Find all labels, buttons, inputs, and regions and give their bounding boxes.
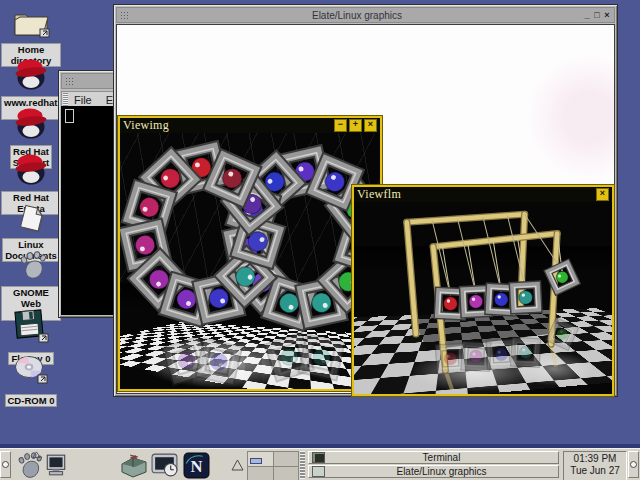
screen-launcher[interactable]: [45, 453, 67, 480]
desktop-icon-cdrom-0[interactable]: CD-ROM 0: [1, 354, 61, 408]
redhat-icon: [12, 104, 50, 145]
minimize-button[interactable]: _: [582, 9, 592, 21]
gnome-foot-icon: [14, 450, 44, 480]
task-list: Terminal Elate/Linux graphics: [308, 449, 559, 478]
folder-icon: [10, 6, 52, 43]
viewflm-titlebar[interactable]: Viewflm ×: [354, 187, 612, 202]
tasklist-handle[interactable]: [300, 451, 305, 479]
terminal-cursor: [65, 109, 74, 123]
gnome-panel: N Terminal: [0, 444, 640, 480]
screen-icon: [45, 453, 67, 477]
panel-up-arrow[interactable]: [231, 457, 244, 475]
menu-file[interactable]: File: [74, 94, 92, 106]
window-task-icon: [312, 466, 325, 477]
desktop: Home directory www.redhat. com Red Hat S…: [0, 0, 640, 480]
clock-applet: 01:39 PM Tue Jun 27: [563, 451, 627, 480]
netscape-launcher[interactable]: N: [183, 452, 210, 480]
gnome-foot-icon: [15, 250, 47, 286]
viewflm-scene: [354, 202, 612, 394]
task-label: Terminal: [328, 452, 555, 463]
viewimg-shrink-button[interactable]: −: [334, 119, 347, 132]
close-button[interactable]: ×: [602, 9, 612, 21]
clock-date: Tue Jun 27: [564, 465, 626, 477]
newtons-cradle-render: [354, 202, 612, 393]
svg-text:N: N: [191, 457, 203, 476]
viewimg-titlebar[interactable]: Viewimg − + ×: [120, 118, 380, 133]
hide-button-icon: [630, 461, 637, 468]
maximize-button[interactable]: □: [592, 9, 602, 21]
terminal-clock-icon: [151, 452, 179, 478]
pager-desktop-2[interactable]: [274, 452, 299, 466]
cdrom-icon: [12, 354, 50, 390]
main-titlebar[interactable]: Elate/Linux graphics _ □ ×: [116, 7, 615, 23]
icon-label: CD-ROM 0: [5, 394, 58, 407]
redhat-icon: [12, 55, 50, 96]
pager-desktop-3[interactable]: [248, 467, 273, 480]
panel-hide-left-button[interactable]: [0, 451, 11, 478]
viewimg-window[interactable]: Viewimg − + ×: [118, 116, 382, 391]
panel-hide-right-button[interactable]: [628, 451, 639, 478]
redhat-icon: [12, 150, 50, 191]
pager-desktop-1[interactable]: [248, 452, 273, 466]
viewimg-title: Viewimg: [123, 118, 332, 133]
toolbox-launcher[interactable]: [118, 452, 150, 480]
desk-guide-pager[interactable]: [247, 451, 299, 480]
clock-time: 01:39 PM: [564, 453, 626, 465]
viewimg-scene: [120, 133, 380, 389]
viewimg-grow-button[interactable]: +: [349, 119, 362, 132]
viewflm-window[interactable]: Viewflm ×: [352, 185, 614, 396]
task-button-terminal[interactable]: Terminal: [308, 451, 559, 464]
main-window-title: Elate/Linux graphics: [132, 10, 582, 21]
gnome-main-menu-button[interactable]: [14, 450, 44, 480]
titlebar-grip-icon: [120, 11, 129, 20]
pager-desktop-4[interactable]: [274, 467, 299, 480]
titlebar-grip-icon: [65, 77, 74, 86]
viewimg-close-button[interactable]: ×: [364, 119, 377, 132]
document-icon: [14, 202, 48, 238]
toolbox-icon: [118, 452, 150, 479]
floppy-icon: [12, 308, 50, 348]
menubar-handle[interactable]: [63, 93, 68, 107]
task-label: Elate/Linux graphics: [328, 466, 555, 477]
viewflm-close-button[interactable]: ×: [596, 188, 609, 201]
viewflm-title: Viewflm: [357, 187, 594, 202]
terminal-task-icon: [312, 452, 325, 463]
gem-rings-render: [120, 133, 380, 389]
terminal-clock-launcher[interactable]: [151, 452, 179, 480]
task-button-elate-linux-graphics[interactable]: Elate/Linux graphics: [308, 465, 559, 478]
netscape-n-icon: N: [183, 452, 210, 479]
panel-body: N Terminal: [0, 448, 640, 480]
hide-button-icon: [2, 461, 9, 468]
up-arrow-icon: [231, 459, 244, 471]
